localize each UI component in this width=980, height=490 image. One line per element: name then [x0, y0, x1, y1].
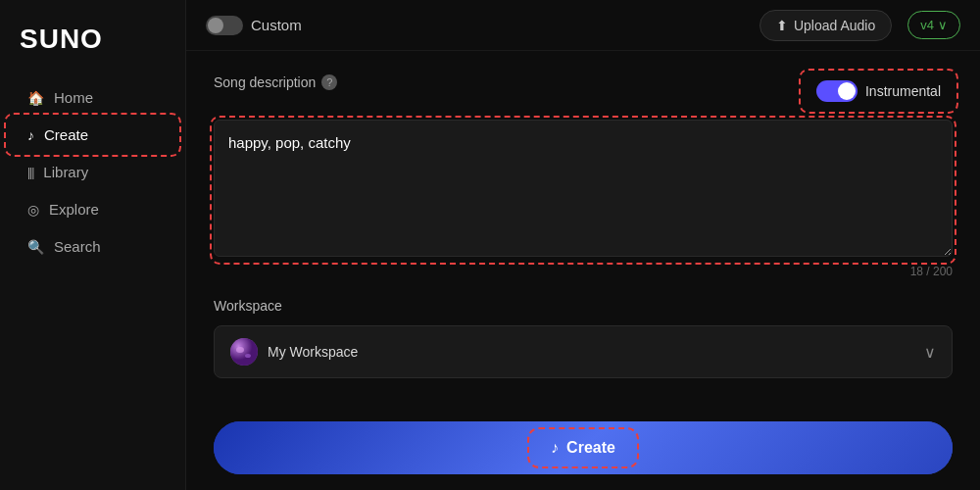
upload-icon: ⬆ [776, 18, 788, 33]
workspace-section: Workspace My Wor [214, 298, 953, 378]
sidebar-item-library[interactable]: ||| Library [8, 154, 177, 190]
svg-point-1 [236, 347, 244, 353]
toggle-knob [208, 18, 223, 33]
instrumental-knob [838, 82, 856, 100]
workspace-avatar [230, 338, 258, 366]
upload-label: Upload Audio [794, 18, 875, 33]
sidebar-nav: 🏠 Home ♪ Create ||| Library ◎ Explore 🔍 … [0, 78, 185, 266]
main-content: Custom ⬆ Upload Audio v4 ∨ Song descript… [186, 0, 980, 490]
version-button[interactable]: v4 ∨ [907, 11, 960, 39]
create-music-icon: ♪ [551, 439, 559, 457]
create-button-label: Create [566, 439, 615, 457]
explore-icon: ◎ [27, 202, 39, 218]
instrumental-toggle-switch[interactable] [816, 80, 858, 102]
topbar: Custom ⬆ Upload Audio v4 ∨ [186, 0, 980, 51]
song-description-textarea-wrapper: happy, pop, catchy [214, 120, 953, 261]
upload-audio-button[interactable]: ⬆ Upload Audio [760, 10, 892, 41]
sidebar-item-home[interactable]: 🏠 Home [8, 79, 177, 116]
chevron-down-icon: ∨ [924, 343, 936, 362]
content-area: Song description ? Instrumental happy, p… [186, 51, 980, 406]
create-button-inner: ♪ Create [535, 435, 631, 461]
instrumental-toggle-container[interactable]: Instrumental [805, 74, 953, 108]
sidebar-item-explore[interactable]: ◎ Explore [8, 191, 177, 227]
sidebar-item-label-home: Home [54, 89, 93, 106]
version-label: v4 [920, 18, 934, 32]
workspace-dropdown[interactable]: My Workspace ∨ [214, 325, 953, 378]
sidebar-item-label-search: Search [54, 238, 101, 255]
sidebar-item-label-create: Create [44, 126, 88, 143]
workspace-label: Workspace [214, 298, 953, 314]
library-icon: ||| [27, 166, 33, 179]
song-description-input[interactable]: happy, pop, catchy [214, 120, 953, 257]
home-icon: 🏠 [27, 90, 44, 106]
char-count: 18 / 200 [214, 265, 953, 278]
app-logo: SUNO [0, 16, 185, 78]
sidebar-item-create[interactable]: ♪ Create [8, 117, 177, 153]
song-description-label: Song description ? [214, 74, 337, 90]
custom-label: Custom [251, 17, 302, 33]
music-note-icon: ♪ [27, 127, 34, 143]
help-icon[interactable]: ? [321, 74, 337, 90]
sidebar-item-label-explore: Explore [49, 201, 99, 218]
instrumental-label: Instrumental [865, 83, 941, 99]
svg-point-2 [245, 354, 251, 358]
sidebar-item-search[interactable]: 🔍 Search [8, 228, 177, 265]
workspace-name: My Workspace [268, 344, 914, 360]
svg-rect-0 [230, 338, 258, 366]
create-button[interactable]: ♪ Create [214, 421, 953, 474]
version-chevron-icon: ∨ [938, 18, 948, 32]
sidebar-item-label-library: Library [43, 164, 88, 180]
search-icon: 🔍 [27, 239, 44, 255]
song-description-row: Song description ? Instrumental [214, 74, 953, 108]
sidebar: SUNO 🏠 Home ♪ Create ||| Library ◎ Explo… [0, 0, 186, 490]
bottom-bar: ♪ Create [186, 406, 980, 490]
custom-toggle-container[interactable]: Custom [206, 16, 302, 35]
custom-toggle[interactable] [206, 16, 243, 35]
